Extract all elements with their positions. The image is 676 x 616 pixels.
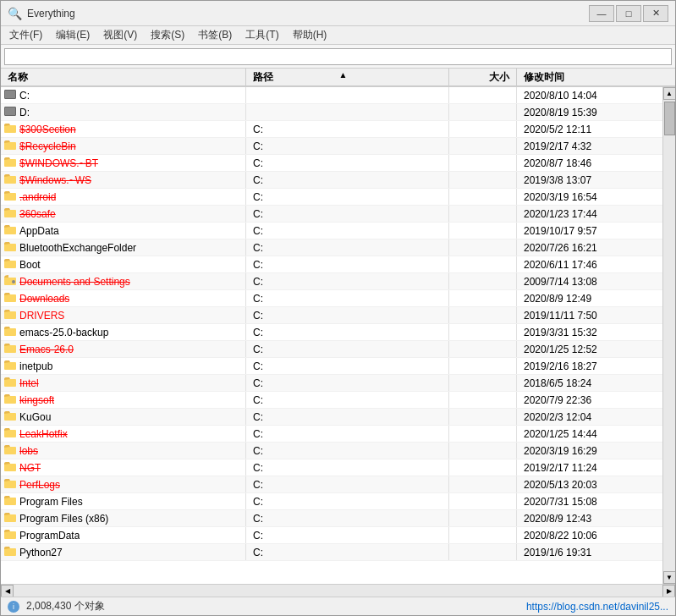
table-row[interactable]: $300SectionC:2020/5/2 12:11 <box>1 121 662 138</box>
file-name-text: Downloads <box>19 293 69 305</box>
scroll-right-button[interactable]: ▶ <box>662 585 675 597</box>
minimize-button[interactable]: — <box>589 5 614 22</box>
folder-icon <box>4 377 16 389</box>
table-row[interactable]: LeakHotfixC:2020/1/25 14:44 <box>1 426 662 443</box>
table-row[interactable]: $WINDOWS.~BTC:2020/8/7 18:46 <box>1 155 662 172</box>
table-row[interactable]: Program FilesC:2020/7/31 15:08 <box>1 493 662 510</box>
table-row[interactable]: Python27C:2019/1/6 19:31 <box>1 544 662 561</box>
cell-date: 2020/7/26 16:21 <box>517 239 662 256</box>
cell-name: LeakHotfix <box>1 426 246 442</box>
cell-size <box>449 206 517 222</box>
cell-size <box>449 155 517 171</box>
table-row[interactable]: IntelC:2018/6/5 18:24 <box>1 375 662 392</box>
cell-path: C: <box>246 527 449 543</box>
status-link[interactable]: https://blog.csdn.net/davinil25... <box>526 601 668 613</box>
file-name-text: $WINDOWS.~BT <box>19 157 98 169</box>
drive-icon <box>4 90 16 102</box>
table-row[interactable]: $Windows.~WSC:2019/3/8 13:07 <box>1 172 662 189</box>
col-header-date[interactable]: 修改时间 <box>517 69 662 85</box>
vertical-scrollbar[interactable]: ▲ ▼ <box>662 87 675 584</box>
col-header-name[interactable]: 名称 <box>1 69 246 85</box>
scroll-up-button[interactable]: ▲ <box>663 87 676 100</box>
col-header-size[interactable]: 大小 <box>449 69 517 85</box>
table-row[interactable]: emacs-25.0-backupC:2019/3/31 15:32 <box>1 324 662 341</box>
cell-date: 2020/7/9 22:36 <box>517 392 662 408</box>
cell-size <box>449 104 517 120</box>
cell-path: C: <box>246 324 449 340</box>
menu-item-搜索(S)[interactable]: 搜索(S) <box>146 26 190 44</box>
menu-item-编辑(E)[interactable]: 编辑(E) <box>51 26 95 44</box>
cell-size <box>449 223 517 239</box>
table-row[interactable]: inetpubC:2019/2/16 18:27 <box>1 358 662 375</box>
cell-path: C: <box>246 223 449 239</box>
scroll-track[interactable] <box>663 100 675 571</box>
main-window: 🔍 Everything — □ ✕ 文件(F)编辑(E)视图(V)搜索(S)书… <box>0 0 676 616</box>
scroll-down-button[interactable]: ▼ <box>663 571 676 584</box>
file-name-text: AppData <box>19 225 59 237</box>
cell-path: C: <box>246 392 449 408</box>
col-header-path[interactable]: 路径 ▲ <box>246 69 449 85</box>
file-name-text: $300Section <box>19 124 76 135</box>
table-row[interactable]: kingsoftC:2020/7/9 22:36 <box>1 392 662 409</box>
cell-date: 2009/7/14 13:08 <box>517 273 662 289</box>
cell-name: Program Files <box>1 493 246 509</box>
svg-point-20 <box>12 280 15 283</box>
cell-date: 2020/2/3 12:04 <box>517 409 662 425</box>
cell-path: C: <box>246 206 449 222</box>
table-row[interactable]: Emacs-26.0C:2020/1/25 12:52 <box>1 341 662 358</box>
file-name-text: NGT <box>19 462 41 474</box>
folder-icon <box>4 326 16 338</box>
table-row[interactable]: 360safeC:2020/1/23 17:44 <box>1 206 662 223</box>
scroll-thumb[interactable] <box>664 102 675 135</box>
menu-item-帮助(H)[interactable]: 帮助(H) <box>288 26 333 44</box>
cell-size <box>449 358 517 374</box>
table-row[interactable]: .androidC:2020/3/19 16:54 <box>1 189 662 206</box>
cell-path: C: <box>246 510 449 526</box>
menu-item-工具(T)[interactable]: 工具(T) <box>240 26 283 44</box>
table-row[interactable]: Documents and SettingsC:2009/7/14 13:08 <box>1 273 662 290</box>
close-button[interactable]: ✕ <box>643 5 668 22</box>
cell-size <box>449 476 517 492</box>
h-scroll-track[interactable] <box>14 585 662 597</box>
cell-name: Boot <box>1 256 246 272</box>
table-row[interactable]: ProgramDataC:2020/8/22 10:06 <box>1 527 662 544</box>
folder-icon <box>4 360 16 372</box>
table-row[interactable]: NGTC:2019/2/17 11:24 <box>1 459 662 476</box>
menu-item-视图(V)[interactable]: 视图(V) <box>98 26 142 44</box>
cell-date: 2020/6/11 17:46 <box>517 256 662 272</box>
menu-item-书签(B)[interactable]: 书签(B) <box>193 26 237 44</box>
cell-size <box>449 341 517 357</box>
table-row[interactable]: PerfLogsC:2020/5/13 20:03 <box>1 476 662 493</box>
cell-date: 2020/1/23 17:44 <box>517 206 662 222</box>
table-row[interactable]: BluetoothExchangeFolderC:2020/7/26 16:21 <box>1 239 662 256</box>
folder-lock-icon <box>4 275 16 288</box>
table-row[interactable]: BootC:2020/6/11 17:46 <box>1 256 662 273</box>
table-row[interactable]: Program Files (x86)C:2020/8/9 12:43 <box>1 510 662 527</box>
table-row[interactable]: DownloadsC:2020/8/9 12:49 <box>1 290 662 307</box>
cell-path: C: <box>246 290 449 306</box>
maximize-button[interactable]: □ <box>616 5 641 22</box>
cell-date: 2019/2/17 11:24 <box>517 459 662 476</box>
cell-size <box>449 510 517 526</box>
menu-item-文件(F)[interactable]: 文件(F) <box>4 26 47 44</box>
file-list[interactable]: C:2020/8/10 14:04D:2020/8/19 15:39$300Se… <box>1 87 662 584</box>
table-row[interactable]: AppDataC:2019/10/17 9:57 <box>1 223 662 239</box>
cell-path: C: <box>246 426 449 442</box>
search-input[interactable] <box>4 48 672 65</box>
cell-size <box>449 527 517 543</box>
folder-icon <box>4 410 16 423</box>
table-row[interactable]: D:2020/8/19 15:39 <box>1 104 662 121</box>
drive-icon <box>4 107 16 118</box>
table-row[interactable]: DRIVERSC:2019/11/11 7:50 <box>1 307 662 324</box>
cell-size <box>449 87 517 103</box>
table-row[interactable]: C:2020/8/10 14:04 <box>1 87 662 104</box>
table-row[interactable]: $RecycleBinC:2019/2/17 4:32 <box>1 138 662 155</box>
folder-icon <box>4 224 16 237</box>
file-list-container: C:2020/8/10 14:04D:2020/8/19 15:39$300Se… <box>1 87 675 584</box>
cell-name: PerfLogs <box>1 476 246 492</box>
table-row[interactable]: lobsC:2020/3/19 16:29 <box>1 443 662 459</box>
cell-date: 2019/2/16 18:27 <box>517 358 662 374</box>
cell-path: C: <box>246 493 449 509</box>
scroll-left-button[interactable]: ◀ <box>1 585 14 597</box>
table-row[interactable]: KuGouC:2020/2/3 12:04 <box>1 409 662 426</box>
